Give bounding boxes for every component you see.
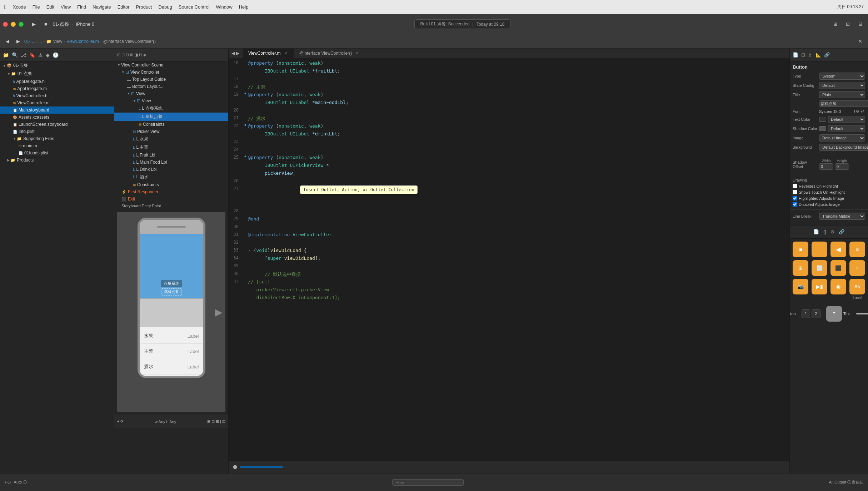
menu-debug[interactable]: Debug — [158, 4, 172, 10]
reverses-checkbox[interactable] — [793, 184, 797, 188]
prev-file-btn[interactable]: ◀ — [231, 51, 235, 56]
obj-item-2[interactable] — [812, 242, 828, 257]
obj-item-grid[interactable]: ⊞ — [793, 260, 809, 276]
ib-mainfood-lbl[interactable]: L L Main Food Lbl — [114, 159, 228, 166]
ib-constraints-inner[interactable]: ⊞ Constraints — [114, 121, 228, 128]
menu-help[interactable]: Help — [239, 4, 249, 10]
menu-editor[interactable]: Editor — [118, 4, 130, 10]
disabled-label[interactable]: Disabled Adjusts Image — [793, 202, 865, 207]
obj-item-play[interactable]: ▶▮ — [812, 279, 828, 300]
git-icon[interactable]: ⎇ — [21, 52, 26, 58]
report-icon[interactable]: 🕐 — [53, 52, 59, 58]
shadow-width-input[interactable] — [819, 163, 833, 170]
expand-btn[interactable]: ⊡ — [860, 480, 864, 485]
inspector-btn-file[interactable]: 📄 — [813, 229, 819, 234]
obj-num-2[interactable]: 2 — [812, 309, 820, 318]
filter-input[interactable] — [392, 479, 464, 486]
tree-assets[interactable]: 🎨 Assets.xcassets — [0, 114, 114, 121]
ib-label-diancan[interactable]: L L 点餐系统 — [114, 104, 228, 113]
menu-product[interactable]: Product — [136, 4, 152, 10]
ib-exit[interactable]: ⬛ Exit — [114, 195, 228, 203]
bookmark-icon[interactable]: 🔖 — [29, 52, 35, 58]
tree-products[interactable]: ▶ 📁 Products — [0, 157, 114, 164]
inspector-font-btn[interactable]: T⊙ — [853, 109, 859, 114]
tree-appdelegate-h[interactable]: h AppDelegate.h — [0, 78, 114, 85]
inspector-ident-btn[interactable]: ⊡ — [801, 52, 805, 58]
inspector-state-select[interactable]: Default — [819, 82, 865, 89]
inspector-textcolor-select[interactable]: Default — [828, 116, 865, 123]
inspector-title-select[interactable]: Plain — [819, 91, 865, 98]
inspector-btn-bracket[interactable]: {} — [823, 229, 827, 234]
inspector-bg-select[interactable]: Default Background Image — [819, 144, 868, 151]
ib-label-shuiguo[interactable]: L L 水果 — [114, 135, 228, 143]
next-file-btn[interactable]: ▶ — [236, 51, 239, 56]
ib-fruit-lbl[interactable]: L L Fruit Lbl — [114, 152, 228, 159]
obj-num-1[interactable]: 1 — [802, 309, 810, 318]
layout-btn-3[interactable]: ⊟ — [855, 20, 865, 28]
menu-window[interactable]: Window — [216, 4, 232, 10]
tree-viewcontroller-h[interactable]: h ViewController.h — [0, 92, 114, 99]
inspector-font-step[interactable]: +/- — [860, 109, 865, 114]
search-icon[interactable]: 🔍 — [12, 52, 18, 58]
apple-menu[interactable]:  — [4, 4, 6, 10]
menu-source-control[interactable]: Source Control — [179, 4, 210, 10]
tree-main-m[interactable]: m main.m — [0, 142, 114, 149]
inspector-type-select[interactable]: System — [819, 73, 865, 80]
highlighted-checkbox[interactable] — [793, 196, 797, 200]
tab-close-2[interactable]: ✕ — [355, 51, 359, 56]
menu-edit[interactable]: Edit — [46, 4, 54, 10]
shows-touch-checkbox[interactable] — [793, 190, 797, 194]
disabled-checkbox[interactable] — [793, 202, 797, 207]
inspector-textcolor-swatch[interactable] — [819, 117, 826, 122]
highlighted-label[interactable]: Highlighted Adjusts Image — [793, 196, 865, 200]
nav-forward[interactable]: ▶ — [14, 37, 23, 45]
nav-back[interactable]: ◀ — [3, 37, 12, 45]
tab-close-1[interactable]: ✕ — [284, 51, 288, 56]
ib-picker-view[interactable]: ⊡ Picker View — [114, 128, 228, 135]
breakpoint-icon[interactable]: ◆ — [46, 52, 50, 58]
ib-constraints-outer[interactable]: ⊞ Constraints — [114, 181, 228, 188]
folder-icon[interactable]: 📁 — [3, 52, 9, 58]
obj-item-5[interactable]: ⬜ — [812, 260, 828, 276]
obj-item-back[interactable]: ◀ — [830, 242, 847, 257]
obj-item-label[interactable]: Aa Label — [849, 279, 865, 300]
ib-vc[interactable]: ▼ ⊡ View Controller — [114, 69, 228, 76]
close-button[interactable] — [3, 22, 8, 27]
close-tab[interactable]: ✕ — [855, 37, 865, 45]
obj-item-6[interactable]: ⬛ — [830, 260, 847, 276]
filter-btn[interactable]: ⊙ — [7, 480, 11, 485]
obj-item-button[interactable]: ■ — [793, 242, 809, 257]
tree-launchscreen[interactable]: 📋 LaunchScreen.storyboard — [0, 121, 114, 128]
obj-text-item[interactable]: T Text — [826, 306, 850, 322]
tree-01foods-plist[interactable]: 📄 01foods.plist — [0, 149, 114, 157]
tab-viewcontroller-m[interactable]: ViewController.m ✕ — [243, 49, 294, 58]
menu-view[interactable]: View — [61, 4, 71, 10]
ib-label-zhucai[interactable]: L L 主菜 — [114, 143, 228, 152]
inspector-shadowcolor-swatch[interactable] — [819, 126, 826, 131]
ib-drink-lbl[interactable]: L L Drink Lbl — [114, 166, 228, 173]
obj-button-label[interactable]: Btn Button — [790, 306, 796, 322]
inspector-conn-btn[interactable]: 🔗 — [824, 52, 830, 58]
ib-bottom-layout[interactable]: ▬ Bottom Layout... — [114, 83, 228, 90]
obj-item-cube[interactable]: ◉ — [830, 279, 847, 300]
tree-project-inner[interactable]: ▼ 📁 01-点餐 — [0, 70, 114, 78]
layout-toggle-btn[interactable]: ⊞ — [856, 480, 860, 485]
inspector-btn-link[interactable]: 🔗 — [839, 229, 844, 234]
tree-info-plist[interactable]: 📄 Info.plist — [0, 128, 114, 135]
minimize-button[interactable] — [11, 22, 16, 27]
obj-item-camera[interactable]: 📷 — [793, 279, 809, 300]
ib-vc-scene[interactable]: ▼ View Controller Scene — [114, 61, 228, 69]
inspector-title-input[interactable] — [819, 100, 868, 107]
linebreak-select[interactable]: Truncate Middle — [819, 213, 865, 220]
layout-btn-2[interactable]: ⊡ — [843, 20, 853, 28]
tree-supporting-files[interactable]: ▼ 📁 Supporting Files — [0, 135, 114, 142]
reverses-label[interactable]: Reverses On Highlight — [793, 184, 865, 188]
obj-item-7[interactable]: ≡ — [849, 260, 865, 276]
tree-viewcontroller-m[interactable]: m ViewController.m — [0, 99, 114, 106]
ib-first-responder[interactable]: ⚡ First Responder — [114, 188, 228, 195]
warning-icon[interactable]: ⚠ — [38, 52, 43, 58]
run-button[interactable]: ▶ — [29, 20, 39, 28]
tree-appdelegate-m[interactable]: m AppDelegate.m — [0, 85, 114, 92]
shows-touch-label[interactable]: Shows Touch On Highlight — [793, 190, 865, 194]
ib-label-jiaoshui[interactable]: L L 酒水 — [114, 173, 228, 181]
